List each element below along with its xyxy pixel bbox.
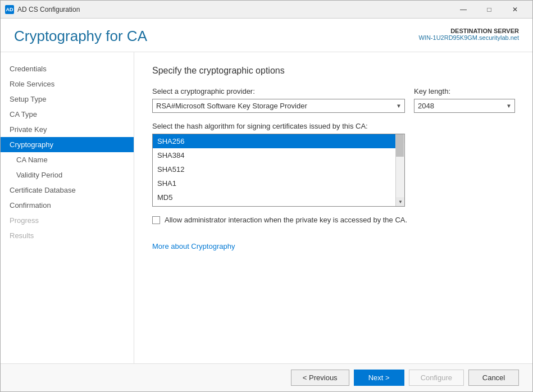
hash-option-md5[interactable]: MD5 (153, 190, 404, 204)
title-bar-controls: — □ ✕ (450, 1, 528, 19)
destination-label: DESTINATION SERVER (418, 28, 519, 34)
sidebar-item-progress: Progress (1, 213, 134, 228)
checkbox-label: Allow administrator interaction when the… (165, 216, 407, 224)
hash-listbox-wrapper[interactable]: SHA256SHA384SHA512SHA1MD5 ▲ ▼ (152, 134, 405, 207)
title-bar: AD AD CS Configuration — □ ✕ (1, 1, 532, 19)
sidebar-item-cryptography[interactable]: Cryptography (1, 137, 134, 152)
title-bar-text: AD CS Configuration (17, 6, 450, 13)
sidebar-item-role-services[interactable]: Role Services (1, 76, 134, 92)
sidebar-item-setup-type[interactable]: Setup Type (1, 92, 134, 107)
maximize-button[interactable]: □ (476, 1, 502, 19)
page-title: Cryptography for CA (14, 28, 147, 45)
main-window: AD AD CS Configuration — □ ✕ Cryptograph… (0, 0, 533, 392)
hash-listbox[interactable]: SHA256SHA384SHA512SHA1MD5 (153, 134, 404, 206)
checkbox-row[interactable]: Allow administrator interaction when the… (152, 216, 514, 224)
provider-dropdown-wrapper: RSA#Microsoft Software Key Storage Provi… (152, 99, 405, 113)
key-length-select[interactable]: 2048 (414, 99, 515, 113)
key-length-label: Key length: (414, 87, 515, 95)
sidebar-item-certificate-database[interactable]: Certificate Database (1, 183, 134, 198)
sidebar-item-ca-name[interactable]: CA Name (1, 152, 134, 167)
sidebar-item-private-key[interactable]: Private Key (1, 122, 134, 137)
sidebar-item-confirmation[interactable]: Confirmation (1, 198, 134, 213)
hash-option-sha1[interactable]: SHA1 (153, 176, 404, 190)
close-button[interactable]: ✕ (502, 1, 528, 19)
next-button[interactable]: Next > (354, 370, 404, 386)
scrollbar-thumb[interactable] (396, 134, 404, 157)
hash-group: Select the hash algorithm for signing ce… (152, 122, 514, 207)
provider-row: Select a cryptographic provider: RSA#Mic… (152, 87, 514, 113)
key-length-group: Key length: 2048 ▼ (414, 87, 515, 113)
hash-option-sha512[interactable]: SHA512 (153, 162, 404, 176)
server-info: DESTINATION SERVER WIN-1U2RD95K9GM.secur… (418, 28, 519, 41)
scroll-down-button[interactable]: ▼ (396, 197, 405, 206)
section-heading: Specify the cryptographic options (152, 66, 514, 76)
sidebar-item-results: Results (1, 228, 134, 243)
hash-option-sha256[interactable]: SHA256 (153, 134, 404, 148)
sidebar-item-validity-period[interactable]: Validity Period (1, 167, 134, 183)
admin-interaction-checkbox[interactable] (152, 216, 160, 224)
hash-option-sha384[interactable]: SHA384 (153, 148, 404, 162)
hash-label: Select the hash algorithm for signing ce… (152, 122, 514, 130)
app-icon: AD (5, 5, 14, 14)
cancel-button[interactable]: Cancel (468, 370, 519, 386)
configure-button: Configure (409, 370, 464, 386)
footer: < Previous Next > Configure Cancel (1, 363, 532, 391)
sidebar: CredentialsRole ServicesSetup TypeCA Typ… (1, 52, 134, 363)
more-about-link[interactable]: More about Cryptography (152, 242, 235, 250)
sidebar-item-ca-type[interactable]: CA Type (1, 107, 134, 122)
provider-select[interactable]: RSA#Microsoft Software Key Storage Provi… (152, 99, 405, 113)
provider-group: Select a cryptographic provider: RSA#Mic… (152, 87, 405, 113)
key-length-dropdown-wrapper: 2048 ▼ (414, 99, 515, 113)
scrollbar-track: ▲ ▼ (395, 134, 404, 206)
server-name: WIN-1U2RD95K9GM.securitylab.net (418, 34, 519, 41)
previous-button[interactable]: < Previous (291, 370, 349, 386)
content-area: CredentialsRole ServicesSetup TypeCA Typ… (1, 52, 532, 363)
main-content: Specify the cryptographic options Select… (134, 52, 532, 363)
sidebar-item-credentials[interactable]: Credentials (1, 61, 134, 76)
minimize-button[interactable]: — (450, 1, 476, 19)
header: Cryptography for CA DESTINATION SERVER W… (1, 19, 532, 52)
provider-label: Select a cryptographic provider: (152, 87, 405, 95)
